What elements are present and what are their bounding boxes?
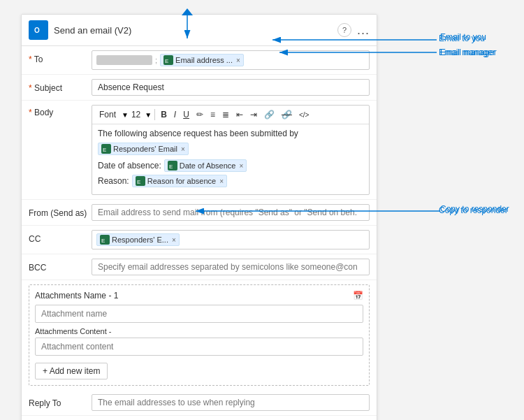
pencil-button[interactable]: ✏: [194, 108, 206, 121]
card-header: O Send an email (V2) ? ...: [22, 15, 377, 46]
add-new-item-button[interactable]: + Add new item: [35, 363, 108, 379]
bullets-button[interactable]: ≡: [208, 108, 218, 121]
cc-tag-close[interactable]: ×: [172, 236, 176, 244]
attachments-header: Attachments Name - 1 📅: [35, 291, 363, 300]
reply-to-input[interactable]: [92, 394, 370, 411]
indent-left-button[interactable]: ⇤: [233, 108, 246, 121]
date-of-absence-label: Date of Absence: [180, 161, 236, 170]
cc-responders-tag: E Responders' E... ×: [96, 233, 180, 246]
to-blurred-tag: [96, 55, 152, 65]
to-email-tag: E Email address ... ×: [160, 54, 244, 66]
subject-field[interactable]: [92, 79, 370, 96]
header-icons: ? ...: [337, 23, 370, 38]
toolbar-divider-1: [154, 109, 155, 120]
svg-text:E: E: [101, 238, 105, 243]
bcc-label: BCC: [29, 259, 92, 273]
indent-right-button[interactable]: ⇥: [247, 108, 260, 121]
body-editor[interactable]: Font ▼ 12 ▼ B I U ✏ ≡ ≣ ⇤ ⇥ 🔗: [92, 105, 370, 195]
bcc-field[interactable]: [92, 259, 370, 275]
bcc-row: BCC: [22, 254, 377, 280]
email-card: O Send an email (V2) ? ... * To ; E: [21, 14, 377, 420]
svg-text:O: O: [34, 27, 40, 34]
from-input[interactable]: [92, 204, 370, 221]
responders-email-label: Responders' Email: [113, 145, 177, 153]
reason-tag-close[interactable]: ×: [219, 178, 224, 185]
to-tag-input[interactable]: ; E Email address ... ×: [92, 50, 370, 70]
body-toolbar: Font ▼ 12 ▼ B I U ✏ ≡ ≣ ⇤ ⇥ 🔗: [92, 106, 369, 124]
attachments-calendar-icon[interactable]: 📅: [353, 291, 363, 300]
responders-email-close[interactable]: ×: [181, 145, 185, 153]
annotation-email-to-you: Email to you: [440, 32, 486, 42]
from-field[interactable]: [92, 204, 370, 221]
bold-button[interactable]: B: [158, 108, 170, 121]
underline-button[interactable]: U: [180, 108, 192, 121]
reason-excel-icon: E: [136, 176, 145, 186]
body-line-2: E Responders' Email ×: [98, 143, 363, 155]
bcc-input[interactable]: [92, 259, 370, 275]
reason-label: Reason for absence: [147, 177, 216, 185]
cc-tag-input[interactable]: E Responders' E... ×: [92, 230, 370, 249]
card-title: Send an email (V2): [54, 25, 337, 36]
date-tag-close[interactable]: ×: [239, 162, 243, 170]
from-label: From (Send as): [29, 204, 92, 218]
annotation-email-manager: Email manager: [440, 48, 497, 57]
reason-line: Reason: E Reason for absence ×: [98, 175, 363, 187]
svg-text:E: E: [137, 179, 140, 184]
help-icon[interactable]: ?: [337, 23, 351, 37]
responders-email-tag: E Responders' Email ×: [98, 143, 189, 155]
unlink-button[interactable]: 🔗: [279, 108, 295, 121]
to-email-tag-close[interactable]: ×: [236, 57, 240, 64]
body-row: * Body Font ▼ 12 ▼ B I U ✏ ≡: [22, 101, 377, 200]
to-field[interactable]: ; E Email address ... ×: [92, 50, 370, 70]
attachments-content-label: Attachments Content -: [35, 327, 363, 335]
reply-to-label: Reply To: [29, 394, 92, 408]
more-options-icon[interactable]: ...: [357, 23, 370, 38]
date-excel-icon: E: [168, 161, 177, 171]
date-label-text: Date of absence:: [98, 161, 161, 171]
svg-text:E: E: [103, 147, 106, 152]
body-label: * Body: [29, 105, 92, 117]
subject-input[interactable]: [92, 79, 370, 96]
annotation-copy-to-responder: Copy to responder: [440, 204, 509, 214]
cc-label: CC: [29, 230, 92, 244]
italic-button[interactable]: I: [171, 108, 179, 121]
link-button[interactable]: 🔗: [261, 108, 277, 121]
to-row: * To ; E Email address ... ×: [22, 46, 377, 75]
attachment-content-input[interactable]: [35, 338, 363, 356]
attachment-name-field: [35, 305, 363, 323]
responders-excel-icon: E: [101, 144, 111, 154]
numbered-button[interactable]: ≣: [219, 108, 232, 121]
date-line: Date of absence: E Date of Absence ×: [98, 159, 363, 172]
code-button[interactable]: </>: [296, 110, 312, 120]
size-dropdown-arrow[interactable]: ▼: [145, 111, 152, 119]
font-dropdown-arrow[interactable]: ▼: [122, 111, 129, 119]
font-size[interactable]: 12: [130, 108, 142, 121]
font-selector[interactable]: Font: [96, 108, 119, 121]
reply-to-row: Reply To: [22, 390, 377, 416]
to-excel-icon: E: [163, 55, 173, 65]
add-item-label: + Add new item: [43, 366, 100, 376]
outlook-icon: O: [29, 20, 48, 40]
attachment-name-input[interactable]: [35, 305, 363, 323]
attachments-section: Attachments Name - 1 📅 Attachments Conte…: [29, 284, 370, 386]
cc-responders-label: Responders' E...: [112, 236, 168, 244]
svg-text:E: E: [169, 164, 173, 169]
to-label: * To: [29, 50, 92, 64]
body-line-1: The following absence request has been s…: [98, 129, 363, 138]
reason-label-text: Reason:: [98, 176, 129, 186]
attachments-name-label: Attachments Name - 1: [35, 291, 118, 300]
reply-to-field[interactable]: [92, 394, 370, 411]
body-field: Font ▼ 12 ▼ B I U ✏ ≡ ≣ ⇤ ⇥ 🔗: [92, 105, 370, 195]
attachment-content-field: [35, 338, 363, 356]
from-row: From (Send as): [22, 200, 377, 226]
reason-tag: E Reason for absence ×: [132, 175, 227, 187]
body-content: The following absence request has been s…: [92, 124, 369, 194]
svg-text:E: E: [165, 58, 168, 64]
cc-excel-icon: E: [100, 235, 110, 245]
cc-field[interactable]: E Responders' E... ×: [92, 230, 370, 249]
subject-row: * Subject: [22, 75, 377, 101]
body-text-1: The following absence request has been s…: [98, 129, 298, 138]
importance-row: Importance Normal 🔽: [22, 416, 377, 420]
date-of-absence-tag: E Date of Absence ×: [164, 159, 247, 172]
cc-row: CC E Responders' E... ×: [22, 226, 377, 254]
